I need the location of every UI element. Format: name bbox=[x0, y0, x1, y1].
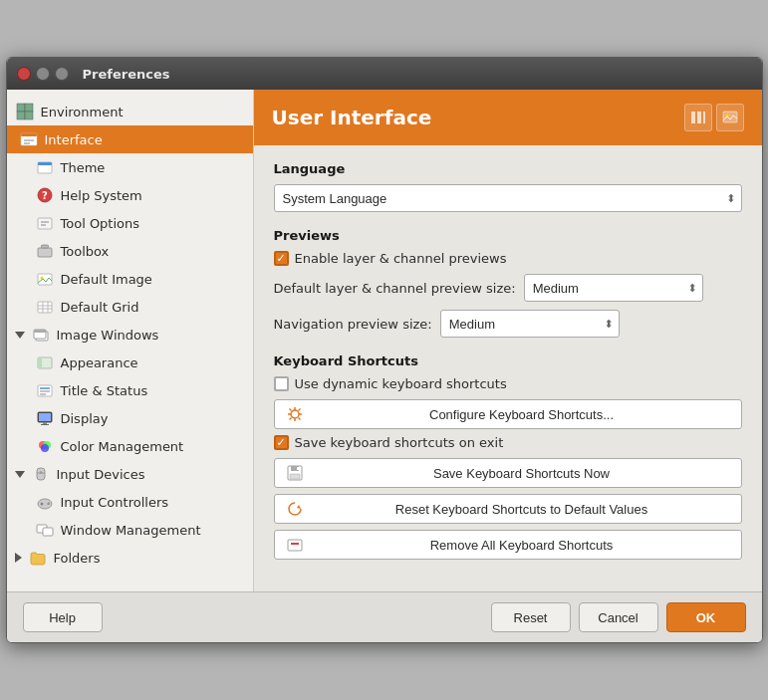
nav-preview-size-select[interactable]: Small Medium Large bbox=[440, 310, 620, 338]
sidebar-item-interface[interactable]: Interface bbox=[7, 125, 253, 153]
svg-rect-34 bbox=[39, 413, 51, 421]
previews-section: Previews Enable layer & channel previews… bbox=[274, 228, 742, 338]
sidebar-label-display: Display bbox=[61, 411, 109, 426]
help-button[interactable]: Help bbox=[23, 602, 103, 632]
svg-rect-12 bbox=[38, 218, 52, 229]
sidebar-item-title-status[interactable]: Title & Status bbox=[7, 376, 253, 404]
save-now-btn-row: Save Keyboard Shortcuts Now bbox=[274, 458, 742, 488]
maximize-button[interactable] bbox=[55, 67, 69, 81]
language-section: Language System Language English French … bbox=[274, 161, 742, 212]
title-status-icon bbox=[35, 380, 55, 400]
remove-shortcuts-label: Remove All Keyboard Shortcuts bbox=[313, 538, 731, 553]
sidebar-item-input-controllers[interactable]: Input Controllers bbox=[7, 488, 253, 516]
sidebar-label-folders: Folders bbox=[54, 551, 101, 566]
header-icon-list[interactable] bbox=[684, 104, 712, 131]
save-on-exit-label: Save keyboard shortcuts on exit bbox=[295, 435, 504, 450]
sidebar-item-folders[interactable]: Folders bbox=[7, 544, 253, 572]
svg-rect-46 bbox=[48, 502, 49, 505]
sidebar-item-tool-options[interactable]: Tool Options bbox=[7, 209, 253, 237]
sidebar-item-appearance[interactable]: Appearance bbox=[7, 349, 253, 376]
sidebar-label-color-management: Color Management bbox=[61, 439, 184, 454]
window-controls bbox=[17, 67, 69, 81]
save-on-exit-checkbox[interactable] bbox=[274, 435, 289, 450]
tool-options-icon bbox=[35, 213, 55, 233]
header-icons bbox=[684, 104, 744, 131]
configure-shortcuts-button[interactable]: Configure Keyboard Shortcuts... bbox=[274, 399, 742, 429]
footer-left: Help bbox=[23, 602, 103, 632]
svg-point-39 bbox=[41, 444, 49, 452]
ok-button[interactable]: OK bbox=[666, 602, 746, 632]
svg-rect-49 bbox=[691, 112, 695, 123]
dynamic-shortcuts-checkbox[interactable] bbox=[274, 376, 289, 391]
sidebar-item-help-system[interactable]: ? Help System bbox=[7, 181, 253, 209]
enable-previews-label: Enable layer & channel previews bbox=[295, 251, 507, 266]
sidebar-label-image-windows: Image Windows bbox=[57, 328, 159, 343]
nav-preview-size-select-wrapper: Small Medium Large bbox=[440, 310, 620, 338]
sidebar: Environment Interface bbox=[7, 90, 254, 591]
sidebar-label-input-devices: Input Devices bbox=[57, 467, 145, 482]
chevron-icon-image-windows bbox=[15, 332, 25, 339]
svg-rect-3 bbox=[25, 112, 33, 119]
preview-size-select[interactable]: Small Medium Large bbox=[524, 274, 703, 302]
sidebar-label-tool-options: Tool Options bbox=[61, 216, 140, 231]
reset-shortcuts-button[interactable]: Reset Keyboard Shortcuts to Default Valu… bbox=[274, 494, 742, 524]
sidebar-item-default-grid[interactable]: Default Grid bbox=[7, 293, 253, 321]
svg-rect-19 bbox=[38, 302, 52, 313]
sidebar-label-window-management: Window Management bbox=[61, 523, 201, 538]
preview-size-select-wrapper: Small Medium Large bbox=[524, 274, 703, 302]
reset-button[interactable]: Reset bbox=[491, 602, 571, 632]
window-management-icon bbox=[35, 520, 55, 540]
sidebar-item-input-devices[interactable]: Input Devices bbox=[7, 460, 253, 488]
sidebar-item-image-windows[interactable]: Image Windows bbox=[7, 321, 253, 349]
dynamic-shortcuts-label: Use dynamic keyboard shortcuts bbox=[295, 376, 507, 391]
folders-icon bbox=[28, 548, 48, 568]
cancel-button[interactable]: Cancel bbox=[579, 602, 658, 632]
sidebar-label-help-system: Help System bbox=[61, 188, 142, 203]
appearance-icon bbox=[35, 352, 55, 372]
enable-previews-checkbox[interactable] bbox=[274, 251, 289, 266]
language-select-wrapper: System Language English French German Sp… bbox=[274, 184, 742, 212]
sidebar-label-theme: Theme bbox=[61, 160, 106, 175]
sidebar-item-toolbox[interactable]: Toolbox bbox=[7, 237, 253, 265]
svg-text:?: ? bbox=[42, 190, 48, 201]
dynamic-shortcuts-row: Use dynamic keyboard shortcuts bbox=[274, 376, 742, 391]
sidebar-item-color-management[interactable]: Color Management bbox=[7, 432, 253, 460]
sidebar-label-toolbox: Toolbox bbox=[61, 244, 110, 259]
close-button[interactable] bbox=[17, 67, 31, 81]
svg-rect-51 bbox=[703, 112, 705, 123]
preferences-window: Preferences Environment bbox=[6, 57, 763, 643]
minimize-button[interactable] bbox=[36, 67, 50, 81]
window-body: Environment Interface bbox=[7, 90, 762, 591]
save-shortcuts-now-button[interactable]: Save Keyboard Shortcuts Now bbox=[274, 458, 742, 488]
save-shortcuts-now-label: Save Keyboard Shortcuts Now bbox=[313, 466, 731, 481]
main-content: User Interface bbox=[254, 90, 762, 591]
preview-size-row: Default layer & channel preview size: Sm… bbox=[274, 274, 742, 302]
header-icon-image[interactable] bbox=[716, 104, 744, 131]
sidebar-item-theme[interactable]: Theme bbox=[7, 153, 253, 181]
window-title: Preferences bbox=[83, 67, 170, 82]
chevron-icon-input-devices bbox=[15, 471, 25, 478]
color-management-icon bbox=[35, 436, 55, 456]
svg-rect-15 bbox=[38, 248, 52, 257]
theme-icon bbox=[35, 157, 55, 177]
svg-rect-2 bbox=[17, 112, 25, 119]
sidebar-item-default-image[interactable]: Default Image bbox=[7, 265, 253, 293]
enable-previews-row: Enable layer & channel previews bbox=[274, 251, 742, 266]
svg-rect-61 bbox=[290, 474, 300, 479]
remove-shortcuts-button[interactable]: Remove All Keyboard Shortcuts bbox=[274, 530, 742, 560]
configure-icon bbox=[285, 404, 305, 424]
language-select[interactable]: System Language English French German Sp… bbox=[274, 184, 742, 212]
previews-section-title: Previews bbox=[274, 228, 742, 243]
svg-rect-26 bbox=[34, 330, 46, 333]
sidebar-item-window-management[interactable]: Window Management bbox=[7, 516, 253, 544]
sidebar-label-interface: Interface bbox=[45, 132, 103, 147]
svg-rect-16 bbox=[41, 245, 48, 248]
default-grid-icon bbox=[35, 297, 55, 317]
image-windows-icon bbox=[31, 325, 51, 345]
sidebar-item-display[interactable]: Display bbox=[7, 404, 253, 432]
footer-right: Reset Cancel OK bbox=[491, 602, 746, 632]
grid-icon bbox=[15, 102, 35, 121]
svg-rect-0 bbox=[17, 104, 25, 112]
sidebar-item-environment[interactable]: Environment bbox=[7, 98, 253, 125]
sidebar-label-input-controllers: Input Controllers bbox=[61, 495, 169, 510]
